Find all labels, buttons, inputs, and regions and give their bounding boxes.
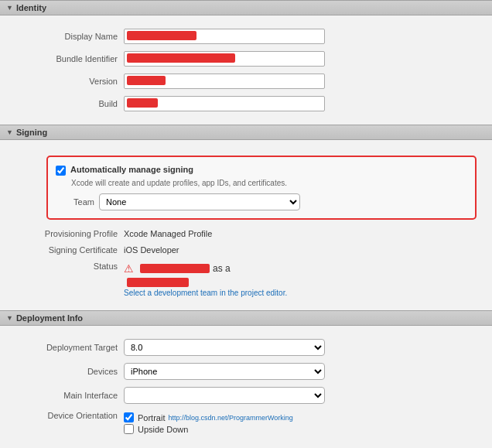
signing-section-label: Signing [16, 128, 47, 137]
status-error-icon: ⚠ [124, 262, 134, 275]
team-label: Team [56, 197, 94, 207]
bundle-identifier-row: Bundle Identifier [0, 50, 492, 68]
signing-collapse-icon[interactable]: ▼ [6, 128, 13, 136]
portrait-row: Portrait http://blog.csdn.net/Programmer… [124, 412, 293, 422]
devices-row: Devices iPhone [0, 361, 492, 381]
bundle-identifier-input[interactable] [124, 51, 325, 67]
auto-manage-sublabel: Xcode will create and update profiles, a… [71, 179, 467, 187]
build-label: Build [0, 99, 124, 108]
orientation-checkboxes: Portrait http://blog.csdn.net/Programmer… [124, 411, 293, 436]
device-orientation-label: Device Orientation [0, 411, 124, 420]
main-interface-label: Main Interface [0, 391, 124, 400]
identity-section-header: ▼ Identity [0, 0, 492, 15]
provisioning-profile-row: Provisioning Profile Xcode Managed Profi… [0, 227, 492, 240]
version-label: Version [0, 77, 124, 86]
status-suffix: as a [213, 263, 231, 274]
team-select[interactable]: None [99, 193, 300, 210]
version-input-wrapper [124, 74, 325, 89]
watermark: http://blog.csdn.net/ProgrammerWorking [168, 414, 292, 422]
identity-collapse-icon[interactable]: ▼ [6, 4, 13, 12]
auto-manage-label: Automatically manage signing [70, 165, 193, 174]
deployment-target-row: Deployment Target 8.0 [0, 337, 492, 357]
device-orientation-row: Device Orientation Portrait http://blog.… [0, 409, 492, 437]
signing-box-inner: Automatically manage signing Xcode will … [56, 165, 467, 187]
signing-certificate-value: iOS Developer [124, 245, 179, 255]
portrait-label: Portrait [138, 413, 165, 422]
display-name-input[interactable] [124, 29, 325, 44]
version-row: Version [0, 72, 492, 91]
upside-down-checkbox[interactable] [124, 424, 134, 434]
display-name-row: Display Name [0, 27, 492, 46]
deployment-collapse-icon[interactable]: ▼ [6, 314, 13, 322]
deployment-section-label: Deployment Info [16, 313, 83, 323]
version-input[interactable] [124, 74, 325, 89]
devices-label: Devices [0, 367, 124, 376]
upside-down-label: Upside Down [138, 425, 188, 434]
main-interface-row: Main Interface [0, 385, 492, 405]
provisioning-profile-value: Xcode Managed Profile [124, 229, 212, 238]
identity-section-content: Display Name Bundle Identifier Version [0, 15, 492, 125]
deployment-section-header: ▼ Deployment Info [0, 310, 492, 326]
bundle-identifier-label: Bundle Identifier [0, 54, 124, 63]
status-label: Status [0, 262, 124, 271]
deployment-target-select[interactable]: 8.0 [124, 339, 325, 356]
provisioning-profile-label: Provisioning Profile [0, 229, 124, 238]
deployment-section-content: Deployment Target 8.0 Devices iPhone Mai… [0, 326, 492, 448]
build-input-wrapper [124, 96, 325, 111]
signing-box: Automatically manage signing Xcode will … [46, 156, 477, 220]
main-interface-select[interactable] [124, 387, 325, 404]
upside-down-row: Upside Down [124, 424, 293, 434]
signing-certificate-row: Signing Certificate iOS Developer [0, 244, 492, 256]
auto-manage-checkbox[interactable] [56, 166, 66, 176]
main-container: ▼ Identity Display Name Bundle Identifie… [0, 0, 492, 448]
team-row: Team None [56, 193, 467, 210]
identity-section-label: Identity [16, 3, 46, 12]
status-row: Status ⚠ as a Select a development team … [0, 260, 492, 299]
status-line2: Select a development team in the project… [124, 289, 287, 297]
bundle-identifier-input-wrapper [124, 51, 325, 67]
devices-select[interactable]: iPhone [124, 363, 325, 380]
display-name-label: Display Name [0, 32, 124, 41]
signing-section-header: ▼ Signing [0, 125, 492, 140]
build-row: Build [0, 94, 492, 113]
status-redacted-1 [140, 264, 210, 273]
signing-certificate-label: Signing Certificate [0, 245, 124, 255]
auto-manage-row: Automatically manage signing [56, 165, 467, 176]
build-input[interactable] [124, 96, 325, 111]
portrait-checkbox[interactable] [124, 412, 134, 422]
signing-section-content: Automatically manage signing Xcode will … [0, 140, 492, 310]
status-line1: ⚠ as a [124, 262, 287, 275]
status-text-block: ⚠ as a Select a development team in the … [124, 262, 287, 297]
status-redacted-2 [127, 278, 189, 287]
deployment-target-label: Deployment Target [0, 343, 124, 352]
display-name-input-wrapper [124, 29, 325, 44]
